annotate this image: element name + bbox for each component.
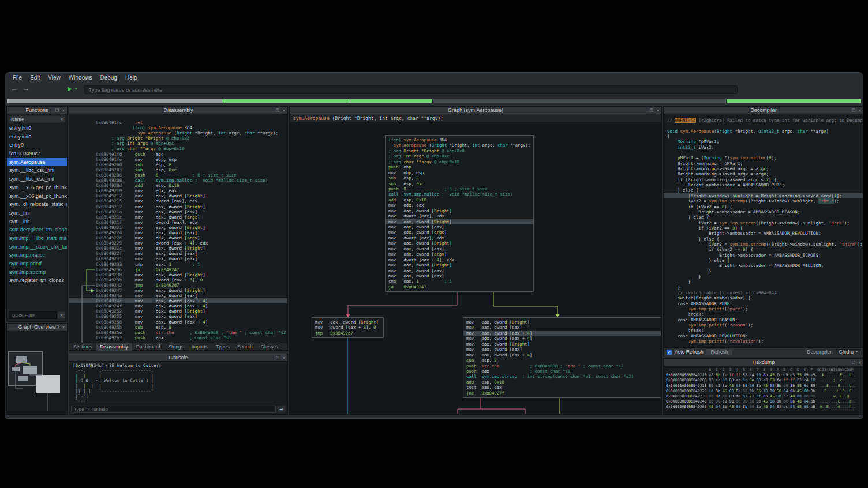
disassembly-line[interactable]: 0x0804921a mov eax, dword [eax] (69, 209, 287, 215)
navigation-seekbar[interactable] (7, 99, 861, 103)
decompiler-line[interactable]: int32_t iVar2; (664, 145, 863, 150)
graph-node-line[interactable]: jne 0x804927f (463, 391, 661, 396)
decompiler-line[interactable]: Morning *pMVar1; (664, 139, 863, 144)
disassembly-line[interactable]: 0x0804924a mov eax, dword [eax] (69, 293, 287, 298)
function-list-item[interactable]: sym.imp.__stack_chk_fail (7, 243, 67, 251)
disassembly-line[interactable]: 0x08049236 ja 0x8049247 (69, 267, 287, 272)
nav-strip-segment[interactable] (727, 99, 861, 103)
disassembly-line[interactable]: (fcn) sym.Aeropause 364 (69, 125, 287, 130)
graph-node-line[interactable]: mov eax, dword [eax] (386, 273, 533, 279)
hexdump-titlebar[interactable]: Hexdump ❐✕ (664, 359, 863, 366)
tab-strings[interactable]: Strings (164, 343, 187, 351)
hexdump-row[interactable]: 0x00000000080491f0 e8 6b fe ff ff 83 c4 … (664, 373, 863, 378)
graph-node-line[interactable]: ja 0x8049247 (386, 284, 533, 290)
forward-button[interactable]: → (23, 84, 29, 92)
close-icon[interactable]: ✕ (62, 108, 65, 113)
disassembly-line[interactable]: 0x0804922f mov eax, dword [eax] (69, 251, 287, 256)
disassembly-line[interactable]: sym.Aeropause (Bright *Bright, int argc,… (69, 130, 287, 136)
graph-node-line[interactable]: mov eax, dword [Bright] (312, 320, 383, 325)
decompiler-line[interactable]: case AMBASSADOR_REVOLUTION: (664, 333, 863, 339)
graph-node-line[interactable]: add esp, 0x10 (463, 380, 661, 385)
decompiler-line[interactable]: Bright->ambassador = AMBASSADOR_REVOLUTI… (664, 231, 863, 236)
function-list-item[interactable]: sym.imp.__libc_start_main (7, 234, 67, 243)
function-list-item[interactable]: sym.__libc_csu_init (7, 175, 67, 183)
graph-titlebar[interactable]: Graph (sym.Aeropause) ❐✕ (290, 107, 661, 114)
undock-icon[interactable]: ❐ (276, 356, 279, 361)
function-list-item[interactable]: sym.__x86.get_pc_thunk.bp (7, 183, 67, 192)
nav-strip-segment[interactable] (7, 99, 222, 103)
graph-node-line[interactable]: ; arg int argc @ ebp+0xc (386, 153, 533, 159)
decompiler-line[interactable]: case AMBASSADOR_REASON: (664, 317, 863, 322)
graph-node-false-branch[interactable]: mov eax, dword [Bright]mov dword [eax + … (312, 317, 384, 338)
function-list-item[interactable]: entry.fini0 (7, 124, 67, 133)
graph-node-line[interactable]: mov eax, dword [eax + 4] (463, 331, 661, 336)
graph-node-line[interactable]: mov eax, dword [eax] (386, 268, 533, 273)
close-icon[interactable]: ✕ (656, 108, 660, 113)
graph-node-line[interactable]: mov eax, dword [eax] (463, 325, 661, 330)
function-list-item[interactable]: fcn.080490c7 (7, 149, 67, 158)
disassembly-line[interactable]: 0x0804925e push str.the ; 0x804a008 ; "t… (69, 330, 287, 335)
back-button[interactable]: ← (11, 84, 18, 92)
decompiler-line[interactable]: (Bright->window).sunlight = Bright->morn… (664, 193, 863, 198)
disassembly-line[interactable]: 0x08049221 mov eax, dword [Bright] (69, 225, 287, 230)
graph-canvas[interactable]: (fcn) sym.Aeropause 364 sym.Aeropause (B… (290, 123, 661, 414)
graph-node-line[interactable]: add esp, 0x10 (386, 197, 533, 202)
disassembly-line[interactable]: 0x08049212 mov eax, dword [Bright] (69, 193, 287, 198)
graph-node-entry[interactable]: (fcn) sym.Aeropause 364 sym.Aeropause (B… (385, 135, 534, 292)
graph-node-line[interactable]: call sym.imp.strcmp ; int strcmp(const c… (463, 374, 661, 379)
tab-search[interactable]: Search (233, 343, 257, 351)
disassembly-line[interactable]: 0x08049217 mov eax, dword [Bright] (69, 204, 287, 209)
disassembly-line[interactable]: 0x0804920d add esp, 0x10 (69, 183, 287, 188)
decompiler-line[interactable]: if (iVar2 == 0) { (664, 204, 863, 209)
graph-node-line[interactable]: mov edx, eax (386, 202, 533, 208)
nav-strip-segment[interactable] (222, 99, 350, 103)
disassembly-line[interactable]: 0x08049215 mov dword [eax], edx (69, 198, 287, 204)
disassembly-line[interactable]: 0x08049258 mov eax, dword [eax + 4] (69, 320, 287, 325)
decompiler-line[interactable]: iVar2 = sym.imp.strcmp((Bright->window).… (664, 242, 863, 247)
hexdump-row[interactable]: 0x0000000008049210 89 c2 8b 45 08 89 10 … (664, 384, 863, 389)
functions-sort-header[interactable]: Name ▾ (8, 115, 66, 123)
console-titlebar[interactable]: Console ❐✕ (69, 354, 287, 362)
decompiler-line[interactable]: Bright->ambassador = AMBASSADOR_MILLION; (664, 263, 863, 268)
decompiler-line[interactable]: if (iVar2 == 0) { (664, 226, 863, 231)
decompiler-line[interactable]: sym.imp.printf("reason"); (664, 322, 863, 328)
function-list-item[interactable]: sym.imp.strcmp (7, 268, 67, 277)
disassembly-line[interactable]: 0x0804921c mov edx, dword [argc] (69, 215, 287, 220)
nav-strip-segment[interactable] (433, 99, 726, 103)
graph-node-line[interactable]: sym.Aeropause (Bright *Bright, int argc,… (386, 142, 533, 148)
hexdump-row[interactable]: 0x0000000008049240 00 00 e9 90 00 00 00 … (664, 399, 863, 404)
decompiler-line[interactable]: if (Bright->morning->saved_argc < 2) { (664, 177, 863, 182)
close-icon[interactable]: ✕ (858, 361, 862, 365)
tab-classes[interactable]: Classes (257, 343, 282, 351)
decompiler-line[interactable]: } (664, 269, 863, 274)
decompiler-line[interactable]: iVar2 = sym.imp.strcmp((Bright->window).… (664, 198, 863, 204)
function-list-item[interactable]: sym._fini (7, 209, 67, 217)
graph-node-line[interactable]: test eax, eax (463, 385, 661, 390)
decompiler-line[interactable]: Bright->ambassador = AMBASSADOR_REASON; (664, 209, 863, 215)
quick-filter-input[interactable] (9, 311, 57, 319)
disassembly-line[interactable]: 0x08049242 jmp 0x80492d7 (69, 283, 287, 288)
disassembly-line[interactable]: 0x08049226 mov edx, dword [argv] (69, 235, 287, 241)
decompiler-line[interactable]: void sym.Aeropause(Bright *Bright, uint3… (664, 129, 863, 134)
decompiler-line[interactable]: Bright->morning = pMVar1; (664, 161, 863, 166)
graph-node-line[interactable]: sub esp, 8 (386, 175, 533, 181)
graph-node-line[interactable]: mov edx, dword [argv] (386, 251, 533, 257)
decompiler-line[interactable]: sym.imp.printf("pure"); (664, 306, 863, 311)
function-list-item[interactable]: sym.imp.printf (7, 260, 67, 268)
decompiler-line[interactable]: break; (664, 311, 863, 317)
decompiler-line[interactable]: } else { (664, 215, 863, 220)
console-input[interactable] (71, 406, 276, 413)
graph-node-line[interactable]: mov edx, dword [argc] (386, 230, 533, 235)
disassembly-line[interactable]: 0x08049247 mov eax, dword [Bright] (69, 288, 287, 293)
disassembly-line[interactable]: 0x08049229 mov dword [eax + 4], edx (69, 241, 287, 246)
disassembly-line[interactable]: ; arg int argc @ ebp+0xc (69, 141, 287, 146)
decompiler-line[interactable]: iVar2 = sym.imp.strcmp((Bright->window).… (664, 220, 863, 226)
graph-node-line[interactable]: mov eax, dword [Bright] (463, 341, 661, 347)
graph-node-line[interactable]: push ebp (386, 164, 533, 170)
play-dropdown-icon[interactable]: ▾ (75, 87, 77, 91)
menu-windows[interactable]: Windows (65, 74, 96, 81)
debug-play-button[interactable]: ▶ (68, 85, 72, 92)
console-send-button[interactable]: ➜ (277, 406, 286, 413)
disassembly-line[interactable]: 0x0804924f mov edx, dword [eax + 4] (69, 303, 287, 309)
graph-node-line[interactable]: call sym.imp.malloc ; void *malloc(size_… (386, 192, 533, 197)
